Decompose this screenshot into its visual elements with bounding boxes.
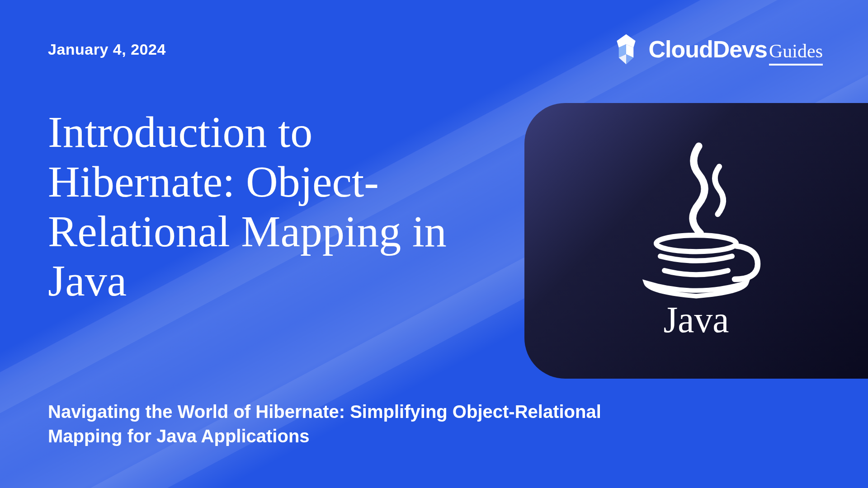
java-icon: Java (619, 137, 773, 345)
java-logo-card: Java (524, 103, 868, 379)
page-subtitle: Navigating the World of Hibernate: Simpl… (48, 399, 636, 448)
brand-logo: CloudDevs Guides (609, 33, 823, 66)
brand-name-sub: Guides (769, 40, 823, 62)
svg-text:Java: Java (664, 299, 729, 340)
brand-name-main: CloudDevs (648, 36, 767, 63)
page-title: Introduction to Hibernate: Object-Relati… (48, 108, 482, 306)
svg-point-0 (656, 235, 736, 252)
publish-date: January 4, 2024 (48, 41, 166, 58)
brand-text: CloudDevs Guides (648, 36, 823, 63)
clouddevs-icon (609, 33, 643, 66)
